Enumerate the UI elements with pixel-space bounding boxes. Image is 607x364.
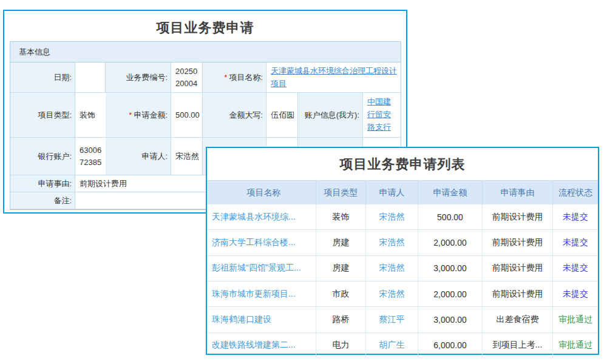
project-type-value: 装饰 bbox=[75, 93, 106, 138]
amount-cell: 3,000.00 bbox=[418, 256, 483, 281]
amount-caps-value: 伍佰圆 bbox=[266, 93, 298, 138]
fee-number-value: 2025020004 bbox=[175, 66, 200, 89]
list-table-body: 天津蒙城县水环境综... 装饰 宋浩然 500.00 前期设计费用 未提交 济南… bbox=[207, 204, 598, 358]
table-row: 珠海鹤港口建设 路桥 蔡江平 3,000.00 出差食宿费 审批通过 bbox=[207, 306, 598, 332]
amount-label: * 申请金额: bbox=[106, 93, 171, 138]
amount-cell: 3,000.00 bbox=[418, 307, 483, 332]
reason-cell: 出差食宿费 bbox=[483, 307, 553, 332]
required-mark: * bbox=[224, 73, 227, 82]
account-info-link[interactable]: 中国建行留安路支行 bbox=[367, 96, 398, 133]
reason-cell: 前期设计费用 bbox=[483, 204, 553, 229]
applicant-value: 宋浩然 bbox=[171, 138, 203, 175]
applicant-link[interactable]: 蔡江平 bbox=[379, 314, 405, 325]
amount-cell: 2,000.00 bbox=[418, 230, 483, 255]
fee-number-label: 业务费编号: bbox=[106, 62, 171, 93]
project-name-link[interactable]: 天津蒙城县水环境综合治理工程设计项目 bbox=[271, 65, 398, 90]
applicant-link[interactable]: 宋浩然 bbox=[379, 212, 405, 223]
status-badge[interactable]: 未提交 bbox=[563, 212, 588, 223]
reason-cell: 前期设计费用 bbox=[483, 281, 553, 306]
date-label: 日期: bbox=[10, 62, 75, 93]
project-name-link[interactable]: 改建铁路线增建第二... bbox=[212, 340, 296, 351]
amount-cell: 6,000.00 bbox=[418, 333, 483, 358]
applicant-label: 申请人: bbox=[106, 138, 171, 175]
header-reason: 申请事由 bbox=[483, 181, 553, 204]
project-name-link[interactable]: 珠海鹤港口建设 bbox=[212, 314, 271, 325]
bank-account-value: 6300672385 bbox=[80, 144, 103, 168]
header-applicant: 申请人 bbox=[366, 181, 418, 204]
amount-caps-label: 金额大写: bbox=[203, 93, 266, 138]
applicant-link[interactable]: 宋浩然 bbox=[379, 289, 405, 300]
project-type-cell: 房建 bbox=[316, 256, 366, 281]
amount-value: 500.00 bbox=[171, 93, 203, 138]
applicant-link[interactable]: 宋浩然 bbox=[379, 263, 405, 274]
header-status: 流程状态 bbox=[553, 181, 598, 204]
project-name-link[interactable]: 济南大学工科综合楼... bbox=[212, 237, 296, 248]
table-row: 珠海市城市更新项目... 市政 宋浩然 2,000.00 前期设计费用 未提交 bbox=[207, 281, 598, 306]
status-badge[interactable]: 审批通过 bbox=[558, 314, 592, 325]
remark-label: 备注: bbox=[10, 192, 75, 209]
table-row: 彭祖新城“四馆”景观工... 房建 宋浩然 3,000.00 前期设计费用 未提… bbox=[207, 255, 598, 281]
project-type-cell: 房建 bbox=[316, 230, 366, 255]
project-name-link[interactable]: 天津蒙城县水环境综... bbox=[212, 212, 296, 223]
status-badge[interactable]: 审批通过 bbox=[558, 340, 592, 351]
bank-account-label: 银行账户: bbox=[10, 138, 75, 175]
project-type-label: 项目类型: bbox=[10, 93, 75, 138]
table-row: 改建铁路线增建第二... 电力 胡广生 6,000.00 到项目上考... 审批… bbox=[207, 332, 598, 358]
reason-cell: 前期设计费用 bbox=[483, 230, 553, 255]
project-type-cell: 路桥 bbox=[316, 307, 366, 332]
required-mark: * bbox=[129, 110, 132, 120]
status-badge[interactable]: 未提交 bbox=[563, 237, 588, 248]
applicant-link[interactable]: 宋浩然 bbox=[379, 237, 405, 248]
reason-cell: 前期设计费用 bbox=[483, 256, 553, 281]
project-name-link[interactable]: 彭祖新城“四馆”景观工... bbox=[212, 263, 301, 274]
header-amount: 申请金额 bbox=[418, 181, 483, 204]
date-value bbox=[75, 62, 106, 93]
form-window-title: 项目业务费申请 bbox=[4, 11, 406, 37]
status-badge[interactable]: 未提交 bbox=[563, 289, 588, 300]
project-type-cell: 电力 bbox=[316, 333, 366, 358]
project-name-link[interactable]: 珠海市城市更新项目... bbox=[212, 289, 296, 300]
business-fee-list-window: 项目业务费申请列表 项目名称 项目类型 申请人 申请金额 申请事由 流程状态 天… bbox=[206, 147, 599, 355]
project-name-label: * 项目名称: bbox=[203, 62, 266, 93]
list-table-header: 项目名称 项目类型 申请人 申请金额 申请事由 流程状态 bbox=[207, 180, 598, 204]
amount-cell: 2,000.00 bbox=[418, 281, 483, 306]
reason-label: 申请事由: bbox=[10, 175, 75, 192]
applicant-link[interactable]: 胡广生 bbox=[379, 340, 405, 351]
project-type-cell: 装饰 bbox=[316, 204, 366, 229]
header-project-type: 项目类型 bbox=[316, 181, 366, 204]
reason-cell: 到项目上考... bbox=[483, 333, 553, 358]
table-row: 天津蒙城县水环境综... 装饰 宋浩然 500.00 前期设计费用 未提交 bbox=[207, 204, 598, 229]
header-project-name: 项目名称 bbox=[207, 181, 316, 204]
status-badge[interactable]: 未提交 bbox=[563, 263, 588, 274]
amount-cell: 500.00 bbox=[418, 204, 483, 229]
project-type-cell: 市政 bbox=[316, 281, 366, 306]
list-window-title: 项目业务费申请列表 bbox=[207, 148, 598, 180]
section-title-basic-info: 基本信息 bbox=[10, 42, 401, 62]
table-row: 济南大学工科综合楼... 房建 宋浩然 2,000.00 前期设计费用 未提交 bbox=[207, 229, 598, 255]
account-info-label: 账户信息(我方): bbox=[298, 93, 363, 138]
